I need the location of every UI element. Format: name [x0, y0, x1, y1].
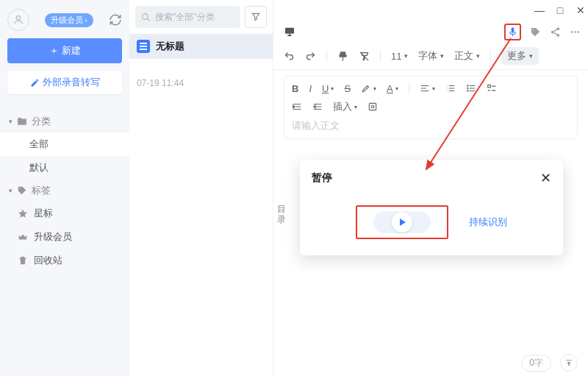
new-button[interactable]: ＋ 新建: [7, 38, 122, 63]
editor-placeholder: 请输入正文: [292, 119, 570, 132]
sidebar-item-label: 升级会员: [34, 230, 72, 244]
external-transcribe-button[interactable]: 外部录音转写: [7, 71, 122, 94]
svg-rect-12: [488, 85, 491, 88]
note-title: 无标题: [156, 40, 184, 53]
style-select[interactable]: 正文 ▾: [454, 49, 480, 63]
tag-section[interactable]: ▾ 标签: [0, 180, 129, 202]
filter-icon: [251, 12, 261, 22]
category-section[interactable]: ▾ 分类: [0, 110, 129, 132]
link-button[interactable]: [368, 102, 378, 112]
continue-recognition-link[interactable]: 持续识别: [469, 216, 507, 229]
scroll-top-button[interactable]: [560, 354, 578, 372]
close-icon[interactable]: ✕: [540, 170, 551, 186]
note-item[interactable]: 无标题: [129, 34, 273, 59]
undo-button[interactable]: [284, 51, 295, 62]
fontsize-select[interactable]: 11 ▾: [391, 51, 408, 62]
tag-button[interactable]: [530, 26, 541, 38]
more-menu-button[interactable]: [570, 26, 581, 38]
svg-point-14: [371, 105, 374, 108]
svg-point-0: [16, 16, 20, 20]
popup-title: 暂停: [312, 171, 332, 185]
insert-menu[interactable]: 插入▾: [333, 100, 357, 113]
toolbar-primary: 11 ▾ 字体 ▾ 正文 ▾ 更多 ▾: [273, 43, 588, 70]
unordered-list-button[interactable]: [466, 83, 476, 93]
play-icon: [392, 212, 412, 233]
sidebar: 升级会员 › ＋ 新建 外部录音转写 ▾ 分类: [0, 0, 129, 376]
minimize-button[interactable]: —: [535, 6, 544, 15]
sidebar-item-all[interactable]: 全部: [0, 132, 129, 156]
align-button[interactable]: ▾: [420, 83, 435, 93]
insert-label: 插入: [333, 100, 352, 113]
style-label: 正文: [454, 49, 473, 63]
pause-popup: 暂停 ✕ 持续识别: [300, 160, 563, 255]
indent-button[interactable]: [292, 102, 302, 112]
filter-button[interactable]: [245, 6, 267, 28]
upgrade-badge[interactable]: 升级会员 ›: [45, 13, 93, 27]
fontcolor-button[interactable]: A▾: [387, 83, 398, 94]
clear-format-button[interactable]: [359, 51, 370, 62]
format-painter-button[interactable]: [337, 51, 348, 62]
crown-icon: [18, 232, 28, 242]
note-date: 07-19 11:44: [129, 59, 273, 107]
chevron-down-icon: ▾: [404, 52, 408, 60]
ordered-list-button[interactable]: [445, 83, 456, 93]
document-icon: [137, 40, 150, 53]
strikethrough-button[interactable]: S: [344, 83, 351, 94]
svg-rect-2: [285, 28, 294, 34]
svg-point-6: [571, 31, 573, 33]
refresh-icon[interactable]: [109, 13, 122, 26]
toc-label[interactable]: 目录: [276, 204, 287, 224]
share-button[interactable]: [550, 26, 561, 38]
sidebar-item-default[interactable]: 默认: [0, 156, 129, 180]
category-section-label: 分类: [32, 115, 51, 128]
sidebar-item-upgrade[interactable]: 升级会员: [0, 225, 129, 249]
svg-point-8: [578, 31, 580, 33]
voice-input-button[interactable]: [507, 26, 518, 38]
more-label: 更多: [507, 49, 526, 63]
presentation-icon[interactable]: [284, 26, 295, 38]
tag-section-label: 标签: [32, 184, 51, 197]
trash-icon: [18, 255, 28, 266]
highlight-button[interactable]: ▾: [361, 83, 376, 93]
avatar[interactable]: [7, 9, 29, 31]
underline-button[interactable]: U▾: [322, 83, 334, 94]
fontsize-value: 11: [391, 51, 401, 62]
more-button[interactable]: 更多 ▾: [501, 47, 539, 65]
svg-point-7: [574, 31, 576, 33]
svg-rect-13: [369, 103, 376, 110]
sidebar-item-recycle[interactable]: 回收站: [0, 249, 129, 272]
font-select[interactable]: 字体 ▾: [418, 49, 444, 63]
checklist-button[interactable]: [487, 83, 497, 93]
chevron-right-icon: ›: [85, 15, 87, 24]
tag-icon: [17, 185, 27, 196]
outdent-button[interactable]: [312, 102, 323, 112]
nav: ▾ 分类 全部 默认 ▾ 标签: [0, 110, 129, 272]
close-button[interactable]: ✕: [576, 6, 585, 15]
chevron-down-icon: ▾: [529, 52, 533, 60]
svg-point-10: [467, 88, 468, 88]
upgrade-badge-label: 升级会员: [51, 15, 83, 26]
sidebar-item-label: 回收站: [34, 254, 62, 267]
chevron-down-icon: ▾: [9, 118, 12, 125]
maximize-button[interactable]: □: [556, 6, 564, 15]
note-list-column: 搜索"全部"分类 无标题 07-19 11:44: [129, 0, 273, 376]
svg-point-3: [556, 27, 559, 30]
search-input[interactable]: 搜索"全部"分类: [135, 6, 240, 28]
sidebar-item-label: 默认: [29, 161, 49, 174]
svg-point-11: [467, 91, 468, 91]
window-titlebar: — □ ✕: [273, 0, 588, 21]
italic-button[interactable]: I: [309, 83, 312, 94]
bold-button[interactable]: B: [292, 83, 298, 94]
font-label: 字体: [418, 49, 437, 63]
star-icon: [18, 208, 28, 219]
redo-button[interactable]: [305, 51, 316, 62]
sidebar-item-label: 星标: [34, 207, 53, 220]
play-button[interactable]: [373, 211, 431, 233]
editor-panel: — □ ✕: [273, 0, 588, 376]
sidebar-item-star[interactable]: 星标: [0, 202, 129, 225]
svg-point-9: [467, 85, 468, 86]
editor-body[interactable]: 目录 暂停 ✕ 持续识别: [273, 139, 588, 350]
folder-icon: [17, 116, 27, 127]
search-icon: [141, 13, 151, 22]
char-count: 0字: [521, 355, 551, 372]
